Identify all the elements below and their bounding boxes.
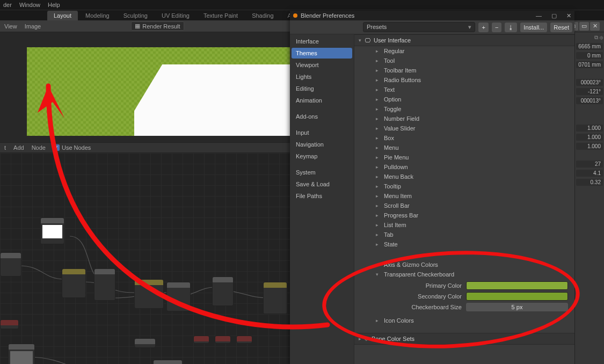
close-icon[interactable]: ✕ [590, 22, 600, 31]
tab-navigation[interactable]: Navigation [292, 139, 352, 150]
window-maximize-icon[interactable]: ▢ [551, 12, 557, 19]
node[interactable] [134, 279, 164, 309]
row-regular[interactable]: Regular [365, 46, 574, 56]
node[interactable] [153, 360, 183, 364]
tab-themes[interactable]: Themes [292, 48, 352, 59]
menubar-item[interactable]: der [3, 2, 12, 8]
row-tool[interactable]: Tool [365, 56, 574, 65]
tab-input[interactable]: Input [292, 127, 352, 138]
row-icon-colors[interactable]: Icon Colors [365, 316, 574, 325]
row-scrollbar[interactable]: Scroll Bar [365, 201, 574, 210]
row-toolbar-item[interactable]: Toolbar Item [365, 65, 574, 75]
row-number[interactable]: Number Field [365, 114, 574, 123]
row-axis-colors[interactable]: Axis & Gizmo Colors [365, 260, 574, 270]
row-progressbar[interactable]: Progress Bar [365, 210, 574, 220]
workspace-tab-shading[interactable]: Shading [245, 11, 280, 20]
chevron-down-icon: ▾ [359, 38, 361, 43]
prop-value[interactable]: -121° [576, 88, 603, 95]
row-transparent-checkerboard[interactable]: Transparent Checkerboard [365, 270, 574, 279]
row-slider[interactable]: Value Slider [365, 123, 574, 133]
row-listitem[interactable]: List Item [365, 220, 574, 230]
workspace-tab-texturepaint[interactable]: Texture Paint [197, 11, 244, 20]
use-nodes-checkbox[interactable]: ✓ Use Nodes [53, 144, 91, 151]
tab-filepaths[interactable]: File Paths [292, 191, 352, 201]
prop-value[interactable]: 0.32 [576, 179, 603, 186]
image-menu-view[interactable]: View [4, 23, 17, 30]
preferences-titlebar[interactable]: Blender Preferences — ▢ ✕ [290, 11, 574, 20]
tab-interface[interactable]: Interface [292, 36, 352, 47]
row-text[interactable]: Text [365, 85, 574, 94]
node[interactable] [236, 336, 252, 344]
workspace-tab-modeling[interactable]: Modeling [79, 11, 116, 20]
window-close-icon[interactable]: ✕ [566, 12, 571, 19]
install-button[interactable]: Install... [520, 23, 547, 32]
workspace-tab-uvediting[interactable]: UV Editing [155, 11, 196, 20]
row-menuitem[interactable]: Menu Item [365, 191, 574, 201]
node[interactable] [62, 268, 86, 298]
prop-value[interactable]: 000013° [576, 97, 603, 104]
tab-animation[interactable]: Animation [292, 95, 352, 106]
prop-value[interactable]: 1.000 [576, 143, 603, 150]
node[interactable] [0, 252, 21, 276]
node-menu-add[interactable]: Add [13, 144, 24, 151]
menubar-item[interactable]: Help [48, 2, 60, 8]
node[interactable] [40, 217, 64, 244]
new-image-icon[interactable]: ▭ [579, 22, 589, 31]
prop-value[interactable]: 000023° [576, 79, 603, 86]
row-tooltip[interactable]: Tooltip [365, 181, 574, 191]
node[interactable] [8, 344, 35, 364]
image-menu-image[interactable]: Image [25, 23, 41, 30]
preset-remove-button[interactable]: − [492, 23, 501, 32]
prop-value[interactable]: 0 mm [576, 52, 603, 59]
node[interactable] [212, 276, 234, 306]
node[interactable] [94, 268, 115, 301]
preset-add-button[interactable]: + [478, 23, 488, 32]
tab-keymap[interactable]: Keymap [292, 151, 352, 162]
row-toggle[interactable]: Toggle [365, 104, 574, 114]
row-tab[interactable]: Tab [365, 230, 574, 239]
node[interactable] [0, 319, 19, 329]
primary-color-swatch[interactable] [466, 281, 568, 290]
secondary-color-swatch[interactable] [466, 292, 568, 301]
tab-addons[interactable]: Add-ons [292, 111, 352, 122]
row-menuback[interactable]: Menu Back [365, 172, 574, 181]
row-piemenu[interactable]: Pie Menu [365, 152, 574, 162]
prop-value[interactable]: 1.000 [576, 134, 603, 141]
menubar: der Window Help [0, 0, 604, 10]
workspace-tab-layout[interactable]: Layout [47, 11, 78, 20]
presets-dropdown[interactable]: Presets [363, 22, 475, 32]
node[interactable] [134, 338, 156, 348]
node[interactable] [263, 282, 287, 314]
node-menu-node[interactable]: Node [32, 144, 46, 151]
checker-size-field[interactable]: 5 px [466, 303, 568, 311]
prop-value[interactable]: 1.000 [576, 125, 603, 132]
window-minimize-icon[interactable]: — [536, 12, 542, 19]
tab-saveload[interactable]: Save & Load [292, 179, 352, 190]
theme-settings-panel[interactable]: ▾ 🖵 User Interface Regular Tool Toolbar … [354, 34, 574, 364]
node-menu-select[interactable]: t [4, 144, 6, 151]
row-box[interactable]: Box [365, 133, 574, 143]
tab-lights[interactable]: Lights [292, 71, 352, 82]
row-option[interactable]: Option [365, 94, 574, 104]
reset-button[interactable]: Reset [550, 23, 572, 32]
tab-system[interactable]: System [292, 167, 352, 178]
row-state[interactable]: State [365, 239, 574, 249]
prop-value[interactable]: 6665 mm [576, 43, 603, 50]
row-radio[interactable]: Radio Buttons [365, 75, 574, 85]
node[interactable] [193, 336, 209, 344]
workspace-tab-sculpting[interactable]: Sculpting [117, 11, 154, 20]
section-bone[interactable]: ▸ ⟐ Bone Color Sets [354, 333, 574, 345]
tab-editing[interactable]: Editing [292, 83, 352, 94]
tab-viewport[interactable]: Viewport [292, 60, 352, 70]
row-pulldown[interactable]: Pulldown [365, 162, 574, 172]
row-menu[interactable]: Menu [365, 143, 574, 152]
node[interactable] [166, 282, 191, 311]
image-selector[interactable]: ▦ Render Result [131, 21, 184, 31]
menubar-item[interactable]: Window [19, 2, 40, 8]
prop-value[interactable]: 27 [576, 161, 603, 168]
import-icon[interactable]: ⭳ [505, 23, 517, 32]
prop-value[interactable]: 4.1 [576, 170, 603, 177]
node[interactable] [215, 336, 231, 344]
prop-value[interactable]: 0701 mm [576, 61, 603, 68]
section-ui[interactable]: ▾ 🖵 User Interface [354, 34, 574, 46]
